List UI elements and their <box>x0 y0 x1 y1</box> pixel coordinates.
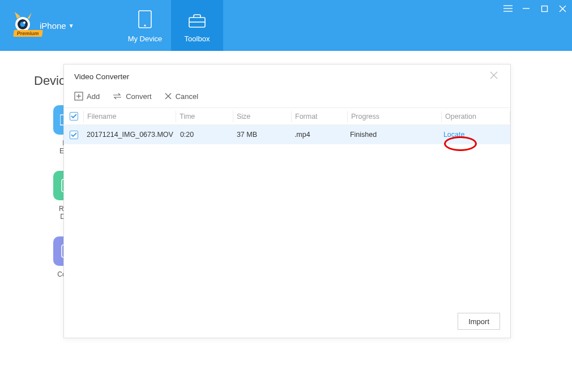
svg-point-5 <box>144 24 146 26</box>
window-controls <box>503 3 567 14</box>
cell-time: 0:20 <box>177 131 233 139</box>
select-all-checkbox[interactable] <box>70 112 78 120</box>
maximize-icon[interactable] <box>539 3 549 14</box>
device-label: iPhone <box>40 21 66 31</box>
tab-my-device[interactable]: My Device <box>119 0 171 51</box>
cancel-label: Cancel <box>176 92 198 101</box>
dialog-close-button[interactable] <box>490 71 500 81</box>
svg-rect-12 <box>541 6 547 11</box>
locate-link[interactable]: Locate <box>440 131 510 139</box>
dialog-title: Video Converter <box>74 72 129 81</box>
col-progress[interactable]: Progress <box>348 113 441 120</box>
tab-toolbox[interactable]: Toolbox <box>171 0 223 51</box>
brand-area: Premium iPhone ▼ <box>0 0 119 51</box>
tab-label: Toolbox <box>185 35 210 43</box>
check-icon <box>71 132 77 137</box>
table-row[interactable]: 20171214_IMG_0673.MOV 0:20 37 MB .mp4 Fi… <box>64 125 510 144</box>
col-time[interactable]: Time <box>176 113 233 120</box>
close-icon <box>490 71 498 79</box>
premium-badge: Premium <box>13 30 42 37</box>
header-tabs: My Device Toolbox <box>119 0 223 51</box>
app-header: Premium iPhone ▼ My Device Toolbox <box>0 0 572 51</box>
toolbox-icon <box>187 13 207 29</box>
cell-filename: 20171214_IMG_0673.MOV <box>83 131 177 139</box>
check-icon <box>71 114 77 119</box>
svg-point-3 <box>23 21 25 24</box>
convert-icon <box>112 92 122 100</box>
cancel-icon <box>164 92 172 100</box>
import-button[interactable]: Import <box>458 313 500 330</box>
col-operation[interactable]: Operation <box>442 113 510 120</box>
col-filename[interactable]: Filename <box>84 113 176 120</box>
convert-label: Convert <box>126 92 152 101</box>
plus-icon <box>74 92 83 101</box>
brand-logo: Premium <box>10 11 36 40</box>
add-label: Add <box>87 92 100 101</box>
cell-size: 37 MB <box>233 131 291 139</box>
table-header: Filename Time Size Format Progress Opera… <box>64 108 510 125</box>
convert-button[interactable]: Convert <box>112 92 152 101</box>
tab-label: My Device <box>128 35 163 43</box>
chevron-down-icon: ▼ <box>69 23 74 29</box>
dialog-toolbar: Add Convert Cancel <box>64 87 510 108</box>
close-icon[interactable] <box>557 3 567 14</box>
video-converter-dialog: Video Converter Add Convert Cancel Filen… <box>63 64 511 338</box>
minimize-icon[interactable] <box>521 3 531 14</box>
cancel-button[interactable]: Cancel <box>164 92 198 101</box>
device-selector[interactable]: iPhone ▼ <box>40 21 74 31</box>
cell-progress: Finished <box>347 131 440 139</box>
row-checkbox[interactable] <box>70 131 78 139</box>
menu-icon[interactable] <box>503 3 513 14</box>
add-button[interactable]: Add <box>74 92 100 101</box>
col-size[interactable]: Size <box>233 113 291 120</box>
col-format[interactable]: Format <box>292 113 347 120</box>
cell-format: .mp4 <box>291 131 347 139</box>
tablet-icon <box>136 10 153 29</box>
